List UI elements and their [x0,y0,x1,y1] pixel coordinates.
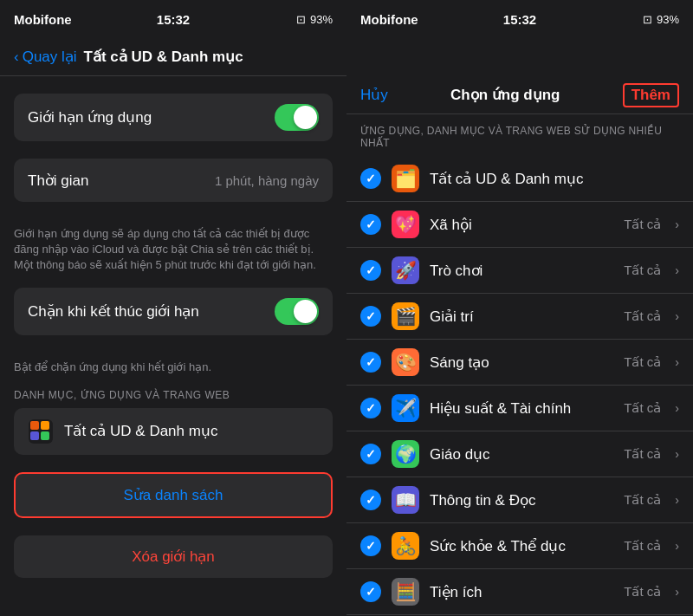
delete-label: Xóa giới hạn [132,548,215,565]
app-limit: Tất cả [624,538,661,554]
left-battery-icon: ⊡ [296,13,306,26]
app-row[interactable]: 🚴Sức khỏe & Thể dụcTất cả› [346,523,693,569]
app-limit: Tất cả [624,400,661,416]
app-row[interactable]: 🚀Trò chơiTất cả› [346,248,693,294]
left-time: 15:32 [157,12,190,27]
chevron-left-icon: ‹ [14,49,19,66]
app-limit: Tất cả [624,263,661,278]
app-limit: Tất cả [624,584,661,600]
app-limit: Tất cả [624,446,661,462]
app-name: Xã hội [430,216,613,234]
chan-khi-toggle[interactable] [275,298,319,325]
chevron-right-icon: › [675,263,679,277]
thoi-gian-group: Thời gian 1 phút, hàng ngày [14,159,333,202]
app-icon: 🚴 [392,532,419,560]
left-panel: Mobifone 15:32 ⊡ 93% ‹ Quay lại Tất cả U… [0,0,346,616]
app-icon: 🧮 [392,578,419,606]
right-time: 15:32 [503,12,536,27]
app-limit: Tất cả [624,217,661,232]
chan-khi-row: Chặn khi kết thúc giới hạn [14,288,333,335]
app-icon: 🌍 [392,440,419,468]
chan-desc-text: Bật để chặn ứng dụng khi hết giới hạn. [0,353,346,389]
check-icon [360,398,381,418]
check-icon [360,444,381,464]
right-status-bar: Mobifone 15:32 ⊡ 93% [346,0,693,38]
back-button[interactable]: ‹ Quay lại [14,48,77,66]
thoi-gian-row[interactable]: Thời gian 1 phút, hàng ngày [14,159,333,202]
app-icon: 🗂️ [392,165,419,192]
app-row[interactable]: ✈️Hiệu suất & Tài chínhTất cả› [346,386,693,431]
check-icon [360,306,381,327]
edit-list-label: Sửa danh sách [124,487,223,503]
section-label: DANH MỤC, ỨNG DỤNG VÀ TRANG WEB [0,389,346,408]
app-icon: 🎬 [392,302,419,330]
app-name: Sức khỏe & Thể dục [430,537,613,555]
check-icon [360,352,381,373]
app-list: 🗂️Tất cả UD & Danh mục💖Xã hộiTất cả›🚀Trò… [346,156,693,616]
chan-khi-label: Chặn khi kết thúc giới hạn [28,302,199,321]
back-label: Quay lại [23,48,77,66]
chevron-right-icon: › [675,447,679,461]
app-name: Giáo dục [430,445,613,464]
thoi-gian-label: Thời gian [28,172,88,190]
left-battery-pct: 93% [310,13,333,26]
category-row[interactable]: Tất cả UD & Danh mục [14,408,333,455]
app-row[interactable]: 🎬Giải tríTất cả› [346,294,693,340]
svg-rect-2 [41,421,49,430]
left-content: Giới hạn ứng dụng Thời gian 1 phút, hàng… [0,76,346,616]
thoi-gian-value: 1 phút, hàng ngày [215,173,319,188]
app-row[interactable]: 🌍Giáo dụcTất cả› [346,431,693,477]
check-icon [360,168,381,189]
svg-rect-3 [30,431,39,440]
app-name: Sáng tạo [430,353,613,372]
chevron-right-icon: › [675,493,679,507]
app-icon: 🎨 [392,348,419,376]
check-icon [360,581,381,602]
right-carrier: Mobifone [360,12,418,27]
chevron-right-icon: › [675,585,679,599]
app-name: Thông tin & Đọc [430,491,613,509]
right-nav-bar: Hủy Chọn ứng dụng Thêm [346,76,693,114]
category-name: Tất cả UD & Danh mục [64,422,217,440]
app-row[interactable]: 🧮Tiện íchTất cả› [346,569,693,615]
right-status-right: ⊡ 93% [643,13,679,26]
chan-khi-group: Chặn khi kết thúc giới hạn [14,288,333,335]
app-name: Hiệu suất & Tài chính [430,399,613,418]
chevron-right-icon: › [675,309,679,323]
right-panel: Mobifone 15:32 ⊡ 93% Hủy Chọn ứng dụng T… [346,0,693,616]
description-text: Giới hạn ứng dụng sẽ áp dụng cho tất cả … [0,219,346,288]
check-icon [360,490,381,510]
cancel-button[interactable]: Hủy [360,86,388,104]
gioi-han-label: Giới hạn ứng dụng [28,108,152,126]
app-row[interactable]: 🗂️Tất cả UD & Danh mục [346,156,693,202]
app-icon: 💖 [392,211,419,238]
app-name: Tất cả UD & Danh mục [430,170,679,188]
svg-rect-4 [41,431,49,440]
left-status-bar: Mobifone 15:32 ⊡ 93% [0,0,346,38]
app-row[interactable]: 💖Xã hộiTất cả› [346,202,693,248]
edit-list-button[interactable]: Sửa danh sách [14,472,333,518]
delete-button[interactable]: Xóa giới hạn [14,535,333,578]
right-section-label: ỨNG DỤNG, DANH MỤC VÀ TRANG WEB SỬ DỤNG … [346,114,693,156]
app-name: Trò chơi [430,262,613,280]
chevron-right-icon: › [675,355,679,369]
check-icon [360,535,381,556]
right-nav-title: Chọn ứng dụng [450,86,560,104]
app-icon: 📖 [392,486,419,514]
left-nav-title: Tất cả UD & Danh mục [84,48,243,66]
gioi-han-toggle[interactable] [275,104,319,131]
gioi-han-row: Giới hạn ứng dụng [14,94,333,141]
right-battery-icon: ⊡ [643,13,652,26]
left-nav-bar: ‹ Quay lại Tất cả UD & Danh mục [0,38,346,76]
them-button[interactable]: Thêm [623,83,679,107]
chevron-right-icon: › [675,217,679,231]
svg-rect-1 [30,421,39,430]
left-carrier: Mobifone [14,12,72,27]
chevron-right-icon: › [675,401,679,415]
check-icon [360,214,381,235]
right-battery-pct: 93% [657,13,679,26]
app-row[interactable]: 🎨Sáng tạoTất cả› [346,340,693,386]
app-name: Tiện ích [430,583,613,601]
app-row[interactable]: 📖Thông tin & ĐọcTất cả› [346,477,693,523]
app-limit: Tất cả [624,492,661,508]
